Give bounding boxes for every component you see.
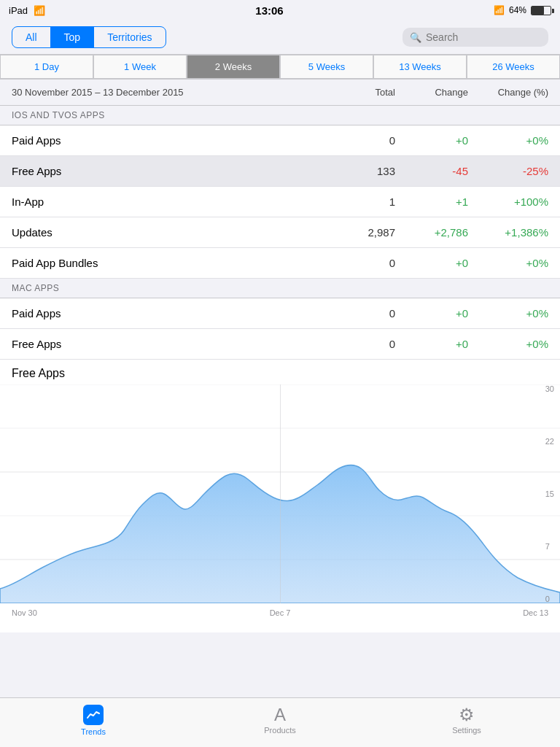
section-mac: MAC APPS	[0, 279, 560, 298]
status-bar: iPad 📶 13:06 📶 64%	[0, 0, 560, 20]
row-paid-apps-ios: Paid Apps 0 +0 +0%	[0, 125, 560, 156]
device-label: iPad	[9, 5, 28, 16]
tab-1week[interactable]: 1 Week	[93, 55, 187, 79]
x-label-dec7: Dec 7	[270, 608, 291, 617]
chart-container: 30 22 15 7 0 Nov 30 Dec 7 Dec 13	[0, 384, 560, 632]
col-change-header: Change	[395, 87, 468, 98]
search-input[interactable]	[426, 31, 541, 43]
battery-percent: 64%	[509, 5, 526, 15]
nav-settings[interactable]: ⚙ Settings	[373, 698, 560, 747]
table-header: 30 November 2015 – 13 December 2015 Tota…	[0, 80, 560, 106]
date-range: 30 November 2015 – 13 December 2015	[12, 87, 322, 98]
row-paid-apps-mac: Paid Apps 0 +0 +0%	[0, 298, 560, 329]
section-ios: iOS AND tvOS APPS	[0, 106, 560, 125]
segment-all[interactable]: All	[12, 27, 51, 47]
top-controls: All Top Territories 🔍	[0, 20, 560, 54]
tab-1day[interactable]: 1 Day	[0, 55, 93, 79]
chart-title: Free Apps	[0, 360, 560, 384]
tab-13weeks[interactable]: 13 Weeks	[373, 55, 467, 79]
nav-trends[interactable]: Trends	[0, 698, 187, 747]
x-label-nov30: Nov 30	[12, 608, 37, 617]
segment-territories[interactable]: Territories	[94, 27, 165, 47]
search-box: 🔍	[402, 28, 548, 47]
col-changepct-header: Change (%)	[468, 87, 548, 98]
nav-products[interactable]: A Products	[187, 698, 373, 747]
row-inapp-ios: In-App 1 +1 +100%	[0, 187, 560, 217]
battery-indicator	[531, 6, 551, 15]
period-tabs: 1 Day 1 Week 2 Weeks 5 Weeks 13 Weeks 26…	[0, 54, 560, 80]
status-right: 📶 64%	[494, 5, 551, 15]
nav-settings-label: Settings	[452, 726, 481, 735]
chart-x-labels: Nov 30 Dec 7 Dec 13	[0, 605, 560, 620]
wifi-icon: 📶	[34, 5, 45, 16]
status-left: iPad 📶	[9, 5, 45, 16]
chart-divider	[280, 384, 281, 603]
search-icon: 🔍	[410, 32, 421, 43]
chart-y-labels: 30 22 15 7 0	[545, 384, 554, 603]
trends-icon	[83, 705, 104, 725]
tab-26weeks[interactable]: 26 Weeks	[467, 55, 560, 79]
row-free-apps-mac: Free Apps 0 +0 +0%	[0, 329, 560, 360]
row-updates-ios: Updates 2,987 +2,786 +1,386%	[0, 217, 560, 248]
tab-5weeks[interactable]: 5 Weeks	[280, 55, 373, 79]
row-bundles-ios: Paid App Bundles 0 +0 +0%	[0, 248, 560, 279]
x-label-dec13: Dec 13	[523, 608, 548, 617]
row-free-apps-ios: Free Apps 133 -45 -25%	[0, 156, 560, 187]
bluetooth-icon: 📶	[494, 5, 505, 15]
nav-trends-label: Trends	[81, 727, 106, 736]
segment-top[interactable]: Top	[51, 27, 95, 47]
main-content: All Top Territories 🔍 1 Day 1 Week 2 Wee…	[0, 20, 560, 697]
col-total-header: Total	[322, 87, 395, 98]
products-icon: A	[274, 706, 286, 724]
clock: 13:06	[255, 4, 283, 17]
bottom-nav: Trends A Products ⚙ Settings	[0, 697, 560, 747]
segment-control: All Top Territories	[12, 26, 166, 48]
settings-icon: ⚙	[459, 706, 475, 724]
tab-2weeks[interactable]: 2 Weeks	[187, 55, 280, 79]
nav-products-label: Products	[264, 726, 295, 735]
